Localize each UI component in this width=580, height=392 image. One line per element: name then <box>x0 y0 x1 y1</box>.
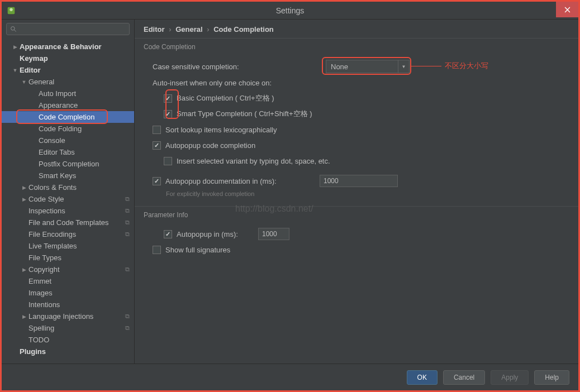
checkbox-insert-selected[interactable] <box>164 157 172 165</box>
tree-arrow-icon: ▼ <box>21 79 27 85</box>
label-insert-selected: Insert selected variant by typing dot, s… <box>177 157 330 165</box>
sidebar-item-code-style[interactable]: ▶Code Style⧉ <box>2 193 134 205</box>
sidebar-item-postfix-completion[interactable]: Postfix Completion <box>2 158 134 170</box>
sidebar-item-label: File Encodings <box>28 230 125 238</box>
breadcrumb: Editor › General › Code Completion <box>135 20 578 38</box>
chevron-down-icon: ▼ <box>398 60 409 73</box>
sidebar-item-emmet[interactable]: Emmet <box>2 275 134 287</box>
search-wrap <box>2 20 134 39</box>
sidebar-item-editor[interactable]: ▼Editor <box>2 64 134 76</box>
sidebar-item-label: TODO <box>28 336 130 344</box>
sidebar-item-label: Postfix Completion <box>39 160 130 168</box>
breadcrumb-general: General <box>175 25 202 34</box>
sidebar-item-console[interactable]: Console <box>2 135 134 146</box>
hint-doc: For explicitly invoked completion <box>166 190 569 197</box>
copy-icon: ⧉ <box>125 231 130 238</box>
sidebar-item-auto-import[interactable]: Auto Import <box>2 88 134 99</box>
label-basic-completion: Basic Completion ( Ctrl+空格 ) <box>177 93 274 103</box>
sidebar-item-label: Editor <box>20 66 130 74</box>
app-icon <box>6 6 16 16</box>
label-autoinsert: Auto-insert when only one choice on: <box>153 79 272 87</box>
checkbox-smart-type[interactable] <box>164 110 172 118</box>
breadcrumb-sep: › <box>169 25 171 34</box>
settings-tree[interactable]: ▶Appearance & BehaviorKeymap▼Editor▼Gene… <box>2 39 134 357</box>
tree-arrow-icon: ▼ <box>12 68 18 73</box>
footer: OK Cancel Apply Help <box>2 364 578 390</box>
sidebar-item-appearance[interactable]: Appearance <box>2 99 134 111</box>
sidebar-item-live-templates[interactable]: Live Templates <box>2 240 134 252</box>
sidebar-item-file-encodings[interactable]: File Encodings⧉ <box>2 228 134 240</box>
sidebar-item-label: Smart Keys <box>39 171 130 180</box>
tree-arrow-icon: ▶ <box>21 314 27 319</box>
sidebar-item-spelling[interactable]: Spelling⧉ <box>2 322 134 334</box>
window-title: Settings <box>276 6 305 15</box>
sidebar-item-label: Code Style <box>28 195 125 203</box>
label-smart-type: Smart Type Completion ( Ctrl+Shift+空格 ) <box>177 109 312 119</box>
sidebar-item-language-injections[interactable]: ▶Language Injections⧉ <box>2 310 134 322</box>
cancel-button[interactable]: Cancel <box>443 370 485 385</box>
copy-icon: ⧉ <box>125 313 130 320</box>
section-parameter-info: Parameter Info <box>135 206 578 222</box>
sidebar-item-file-and-code-templates[interactable]: File and Code Templates⧉ <box>2 217 134 228</box>
copy-icon: ⧉ <box>125 195 130 203</box>
label-autopopup-code: Autopopup code completion <box>165 141 255 150</box>
sidebar-item-intentions[interactable]: Intentions <box>2 299 134 310</box>
sidebar-item-code-completion[interactable]: Code Completion <box>2 111 134 123</box>
sidebar-item-file-types[interactable]: File Types <box>2 252 134 264</box>
section-code-completion: Code Completion <box>135 38 578 54</box>
row-case-sensitive: Case sensitive completion: None ▼ <box>153 60 569 73</box>
copy-icon: ⧉ <box>125 324 130 332</box>
sidebar-item-label: Appearance <box>39 101 130 109</box>
sidebar-item-keymap[interactable]: Keymap <box>2 52 134 64</box>
checkbox-show-full[interactable] <box>153 246 161 254</box>
svg-line-3 <box>14 30 16 31</box>
input-autopopup-doc-ms[interactable] <box>320 175 398 187</box>
input-autopopup-in-ms[interactable] <box>258 228 289 240</box>
label-autopopup-in: Autopopup in (ms): <box>177 230 249 238</box>
code-completion-form: Case sensitive completion: None ▼ Auto-i… <box>135 54 578 199</box>
checkbox-autopopup-code[interactable] <box>153 141 161 150</box>
sidebar-item-images[interactable]: Images <box>2 287 134 299</box>
checkbox-autopopup-doc[interactable] <box>153 177 161 185</box>
sidebar-item-general[interactable]: ▼General <box>2 76 134 88</box>
sidebar-item-label: File Types <box>28 254 130 262</box>
checkbox-sort-lookup[interactable] <box>153 126 161 134</box>
sidebar-item-appearance-behavior[interactable]: ▶Appearance & Behavior <box>2 41 134 52</box>
sidebar: ▶Appearance & BehaviorKeymap▼Editor▼Gene… <box>2 20 135 366</box>
tree-arrow-icon: ▶ <box>21 197 27 202</box>
help-button[interactable]: Help <box>534 370 569 385</box>
sidebar-item-colors-fonts[interactable]: ▶Colors & Fonts <box>2 181 134 193</box>
checkbox-basic-completion[interactable] <box>164 94 172 103</box>
sidebar-item-label: Console <box>39 136 130 145</box>
sidebar-item-label: General <box>28 78 130 86</box>
sidebar-item-editor-tabs[interactable]: Editor Tabs <box>2 146 134 158</box>
checkbox-autopopup-in[interactable] <box>164 230 172 238</box>
search-input[interactable] <box>20 25 126 33</box>
sidebar-item-label: Spelling <box>28 324 125 332</box>
dropdown-value: None <box>331 63 348 71</box>
search-icon <box>10 26 17 33</box>
row-insert-selected: Insert selected variant by typing dot, s… <box>164 155 569 167</box>
apply-button[interactable]: Apply <box>491 370 529 385</box>
main-area: ▶Appearance & BehaviorKeymap▼Editor▼Gene… <box>2 20 578 366</box>
close-button[interactable] <box>556 2 578 17</box>
sidebar-item-code-folding[interactable]: Code Folding <box>2 123 134 135</box>
parameter-info-form: Autopopup in (ms): Show full signatures <box>135 222 578 261</box>
row-autopopup-code: Autopopup code completion <box>153 139 569 151</box>
search-box[interactable] <box>6 23 130 35</box>
dropdown-case-sensitive[interactable]: None ▼ <box>326 60 410 73</box>
row-smart-type: Smart Type Completion ( Ctrl+Shift+空格 ) <box>164 108 569 120</box>
ok-button[interactable]: OK <box>407 370 438 385</box>
row-show-full: Show full signatures <box>153 243 569 256</box>
sidebar-item-todo[interactable]: TODO <box>2 334 134 346</box>
sidebar-item-copyright[interactable]: ▶Copyright⧉ <box>2 264 134 275</box>
sidebar-item-label: File and Code Templates <box>28 218 125 227</box>
breadcrumb-sep: › <box>207 25 209 34</box>
tree-arrow-icon: ▶ <box>21 185 27 190</box>
sidebar-item-inspections[interactable]: Inspections⧉ <box>2 205 134 217</box>
sidebar-item-plugins[interactable]: Plugins <box>2 346 134 357</box>
sidebar-item-smart-keys[interactable]: Smart Keys <box>2 170 134 181</box>
row-sort-lookup: Sort lookup items lexicographically <box>153 123 569 136</box>
svg-point-1 <box>9 8 12 11</box>
sidebar-item-label: Copyright <box>28 265 125 274</box>
